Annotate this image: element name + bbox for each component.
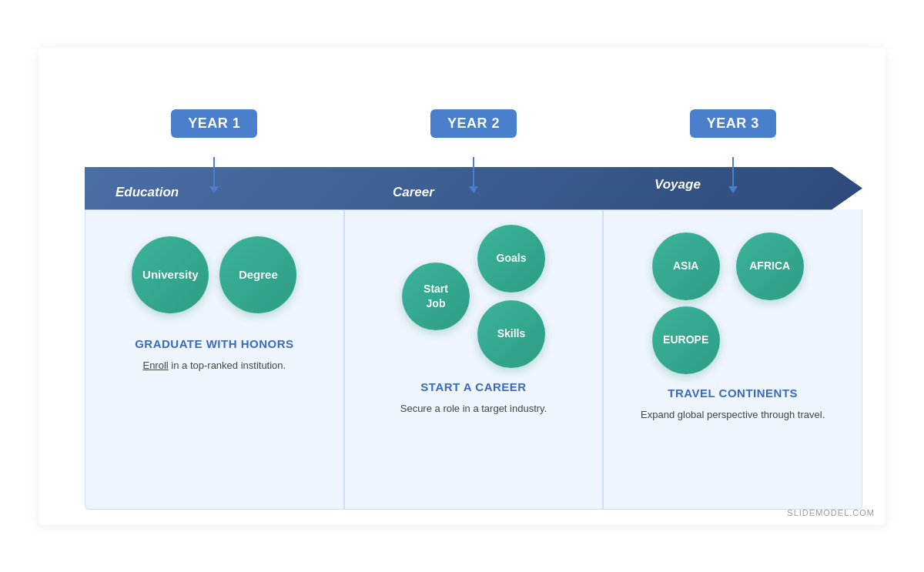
start-job-circle: StartJob — [402, 263, 470, 330]
voyage-section: YEAR 3 ASIA AFRICA EUROPE TRAVEL CONTINE… — [603, 209, 862, 510]
career-desc: Secure a role in a target industry. — [400, 401, 547, 416]
year3-arrow — [728, 157, 738, 193]
slide-container: Education Career Voyage YEAR 1 Universit… — [38, 48, 886, 525]
voyage-desc: Expand global perspective through travel… — [641, 407, 825, 423]
europe-circle: EUROPE — [652, 306, 720, 374]
voyage-circles-area: ASIA AFRICA EUROPE — [652, 225, 814, 374]
career-title: START A CAREER — [420, 380, 526, 393]
skills-circle: Skills — [477, 300, 545, 368]
voyage-circles-grid: ASIA AFRICA EUROPE — [652, 232, 814, 374]
year1-arrow-line — [213, 157, 215, 186]
education-arrow-label: Education — [116, 185, 179, 200]
career-section: YEAR 2 StartJob Goals Skills START A CAR… — [344, 209, 604, 510]
year1-arrow — [209, 157, 219, 193]
education-section: YEAR 1 University Degree GRADUATE WITH H… — [85, 209, 344, 510]
university-circle: University — [132, 236, 209, 313]
education-desc: Enroll in a top-ranked institution. — [142, 358, 286, 373]
year3-badge: YEAR 3 — [690, 109, 776, 138]
degree-circle: Degree — [219, 236, 296, 313]
year2-arrow-line — [473, 157, 474, 186]
asia-circle: ASIA — [652, 232, 720, 300]
career-circles-grid: StartJob Goals Skills — [402, 225, 545, 368]
voyage-arrow-label: Voyage — [654, 177, 701, 192]
attribution: SLIDEMODEL.COM — [787, 508, 875, 517]
year3-arrow-head — [728, 186, 738, 193]
education-circles: University Degree — [132, 225, 296, 325]
career-circles-area: StartJob Goals Skills — [402, 225, 545, 368]
career-arrow-label: Career — [393, 185, 434, 200]
year1-arrow-head — [209, 186, 219, 193]
sections-row: YEAR 1 University Degree GRADUATE WITH H… — [85, 209, 862, 510]
enroll-link: Enroll — [142, 360, 168, 371]
year2-arrow-head — [469, 186, 478, 193]
education-title: GRADUATE WITH HONORS — [135, 337, 293, 350]
year2-badge: YEAR 2 — [430, 109, 517, 138]
voyage-title: TRAVEL CONTINENTS — [668, 386, 798, 400]
africa-circle: AFRICA — [736, 232, 804, 300]
year1-badge: YEAR 1 — [171, 109, 257, 138]
year2-arrow — [469, 157, 478, 193]
year3-arrow-line — [732, 157, 734, 186]
goals-circle: Goals — [477, 225, 545, 293]
